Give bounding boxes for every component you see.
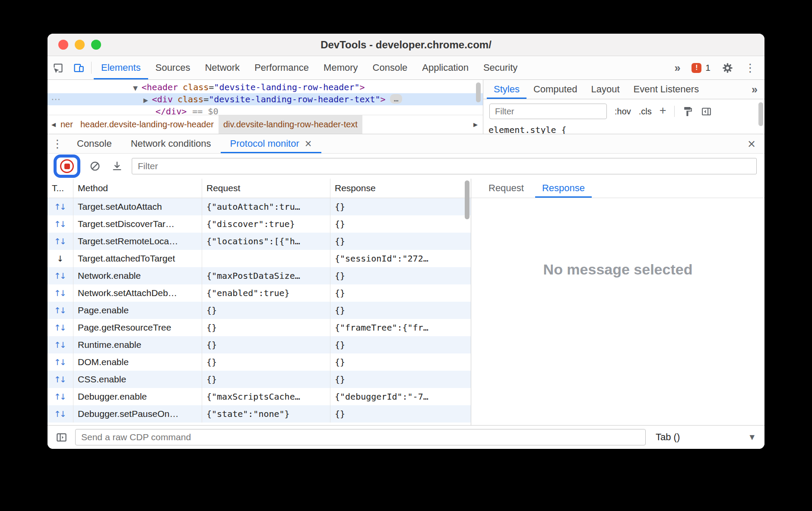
tab-elements[interactable]: Elements bbox=[94, 56, 148, 79]
inspect-icon[interactable] bbox=[48, 56, 68, 79]
method-cell: CSS.enable bbox=[73, 371, 202, 388]
request-cell: {"locations":[{"h… bbox=[202, 233, 330, 250]
sent-received-icon: ↑↓ bbox=[54, 288, 67, 298]
table-row[interactable]: ↑↓ Network.setAttachDeb… {"enabled":true… bbox=[48, 284, 471, 302]
detail-tab-bar: Request Response bbox=[471, 179, 764, 198]
tab-layout[interactable]: Layout bbox=[584, 80, 626, 99]
table-row[interactable]: ↑↓ Target.setRemoteLoca… {"locations":[{… bbox=[48, 233, 471, 250]
main-toolbar: Elements Sources Network Performance Mem… bbox=[48, 56, 764, 80]
new-style-rule-button[interactable]: + bbox=[660, 104, 666, 117]
expand-arrow-icon[interactable]: ▼ bbox=[133, 85, 138, 91]
styles-filter-input[interactable] bbox=[489, 104, 607, 119]
column-header-response[interactable]: Response bbox=[330, 179, 471, 198]
method-cell: DOM.enable bbox=[73, 353, 202, 371]
close-window-button[interactable] bbox=[58, 40, 68, 50]
elements-scrollbar-thumb[interactable] bbox=[476, 82, 481, 102]
drawer-tab-protocol-monitor[interactable]: Protocol monitor × bbox=[221, 134, 321, 153]
table-row[interactable]: ↑↓ Target.setDiscoverTar… {"discover":tr… bbox=[48, 215, 471, 233]
attr-token: class bbox=[183, 82, 209, 92]
table-row[interactable]: ↑↓ Page.getResourceTree {} {"frameTree":… bbox=[48, 319, 471, 336]
table-row[interactable]: ↑↓ Debugger.enable {"maxScriptsCache… {"… bbox=[48, 388, 471, 405]
tab-event-listeners[interactable]: Event Listeners bbox=[627, 80, 706, 99]
settings-gear-icon[interactable] bbox=[722, 62, 733, 74]
request-cell: {"state":"none"} bbox=[202, 405, 330, 423]
toggle-class-button[interactable]: .cls bbox=[639, 107, 652, 117]
tab-computed[interactable]: Computed bbox=[527, 80, 584, 99]
dom-node-header[interactable]: ▼<headerclass="devsite-landing-row-heade… bbox=[48, 81, 483, 93]
expand-children-button[interactable]: … bbox=[390, 94, 403, 104]
column-header-type[interactable]: T... bbox=[48, 179, 73, 198]
direction-cell: ↓ bbox=[48, 250, 73, 267]
more-panels-icon[interactable]: » bbox=[674, 62, 680, 74]
toggle-hover-state-button[interactable]: :hov bbox=[615, 107, 631, 117]
tab-network[interactable]: Network bbox=[197, 56, 247, 79]
cdp-command-input[interactable] bbox=[75, 429, 646, 445]
table-row[interactable]: ↑↓ Page.enable {} {} bbox=[48, 302, 471, 319]
tab-console[interactable]: Console bbox=[365, 56, 415, 79]
sent-received-icon: ↑↓ bbox=[54, 375, 67, 384]
more-styles-tabs-icon[interactable]: » bbox=[752, 83, 764, 96]
breadcrumb-back-icon[interactable]: ◀ bbox=[48, 121, 60, 128]
save-icon[interactable] bbox=[110, 161, 124, 172]
record-button[interactable] bbox=[60, 159, 74, 173]
cdp-command-bar: Tab () ▼ bbox=[48, 425, 764, 449]
clear-icon[interactable] bbox=[88, 161, 102, 172]
drawer-tab-network-conditions[interactable]: Network conditions bbox=[121, 134, 221, 153]
node-menu-dots-icon[interactable]: ⋯ bbox=[51, 93, 60, 105]
styles-toolbar-separator bbox=[674, 106, 675, 117]
method-cell: Network.setAttachDeb… bbox=[73, 284, 202, 302]
close-tab-icon[interactable]: × bbox=[305, 138, 312, 150]
table-row[interactable]: ↑↓ Runtime.enable {} {} bbox=[48, 336, 471, 353]
tab-styles[interactable]: Styles bbox=[487, 80, 527, 99]
breadcrumb-forward-icon[interactable]: ▶ bbox=[471, 121, 483, 128]
table-row[interactable]: ↑↓ DOM.enable {} {} bbox=[48, 353, 471, 371]
device-toolbar-icon[interactable] bbox=[68, 56, 89, 79]
element-style-rule[interactable]: element.style { bbox=[483, 123, 764, 134]
fullscreen-window-button[interactable] bbox=[91, 40, 101, 50]
value-token: "devsite-landing-row-header" bbox=[214, 82, 359, 92]
tab-sources[interactable]: Sources bbox=[148, 56, 198, 79]
detail-tab-request[interactable]: Request bbox=[482, 179, 531, 198]
table-row[interactable]: ↑↓ Network.enable {"maxPostDataSize… {} bbox=[48, 267, 471, 284]
table-row[interactable]: ↑↓ Target.setAutoAttach {"autoAttach":tr… bbox=[48, 198, 471, 215]
drawer-tab-console[interactable]: Console bbox=[67, 134, 121, 153]
direction-cell: ↑↓ bbox=[48, 215, 73, 233]
request-cell: {"discover":true} bbox=[202, 215, 330, 233]
collapse-arrow-icon[interactable]: ▶ bbox=[143, 97, 148, 104]
styles-scrollbar-thumb[interactable] bbox=[758, 102, 763, 126]
column-header-request[interactable]: Request bbox=[202, 179, 330, 198]
tab-security[interactable]: Security bbox=[476, 56, 525, 79]
target-selector-dropdown[interactable]: Tab () ▼ bbox=[652, 432, 758, 443]
kebab-menu-icon[interactable]: ⋮ bbox=[745, 61, 756, 74]
protocol-filter-input[interactable] bbox=[132, 158, 757, 174]
breadcrumb-item-truncated[interactable]: ner bbox=[60, 115, 76, 134]
format-paint-icon[interactable] bbox=[682, 106, 693, 117]
tab-performance[interactable]: Performance bbox=[247, 56, 316, 79]
direction-cell: ↑↓ bbox=[48, 284, 73, 302]
detail-tab-response[interactable]: Response bbox=[535, 179, 592, 198]
table-row[interactable]: ↑↓ CSS.enable {} {} bbox=[48, 371, 471, 388]
tab-application[interactable]: Application bbox=[415, 56, 476, 79]
toggle-sidebar-icon[interactable] bbox=[54, 432, 69, 443]
dom-node-closing[interactable]: </div>== $0 bbox=[48, 105, 483, 115]
issue-icon: ! bbox=[691, 63, 701, 73]
issues-button[interactable]: ! 1 bbox=[691, 63, 710, 73]
table-scrollbar-thumb[interactable] bbox=[465, 180, 469, 219]
breadcrumb-item-div[interactable]: div.devsite-landing-row-header-text bbox=[219, 115, 362, 134]
drawer-tab-bar: ⋮ Console Network conditions Protocol mo… bbox=[48, 134, 764, 154]
column-header-method[interactable]: Method bbox=[73, 179, 202, 198]
toggle-styles-sidebar-icon[interactable] bbox=[701, 106, 712, 117]
dom-node-selected[interactable]: ▶<divclass="devsite-landing-row-header-t… bbox=[48, 93, 483, 105]
minimize-window-button[interactable] bbox=[75, 40, 85, 50]
breadcrumb-item-header[interactable]: header.devsite-landing-row-header bbox=[76, 115, 219, 134]
toolbar-separator bbox=[91, 62, 92, 74]
response-cell: {"sessionId":"272… bbox=[330, 250, 471, 267]
response-cell: {} bbox=[330, 198, 471, 215]
table-row[interactable]: ↓ Target.attachedToTarget {"sessionId":"… bbox=[48, 250, 471, 267]
response-cell: {} bbox=[330, 302, 471, 319]
drawer-kebab-menu-icon[interactable]: ⋮ bbox=[48, 134, 67, 153]
received-icon: ↓ bbox=[57, 254, 64, 263]
tab-memory[interactable]: Memory bbox=[316, 56, 365, 79]
table-row[interactable]: ↑↓ Debugger.setPauseOn… {"state":"none"}… bbox=[48, 405, 471, 423]
close-drawer-icon[interactable]: × bbox=[739, 137, 764, 151]
